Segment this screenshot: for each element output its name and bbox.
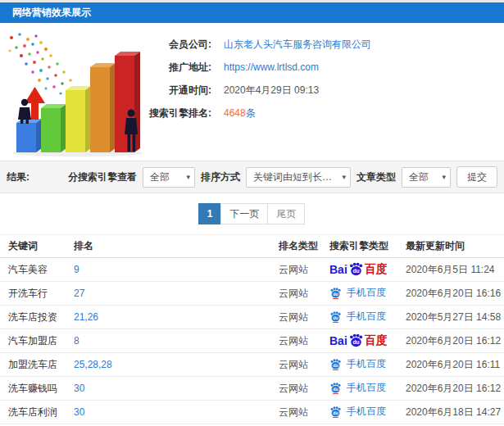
promotion-url-link[interactable]: https://www.lrtlsd.com — [224, 61, 319, 73]
info-row: 推广地址:https://www.lrtlsd.com — [149, 59, 504, 75]
sort-order-select[interactable]: 关键词由短到长排序▾ — [246, 167, 351, 188]
bar-orange — [90, 63, 116, 152]
keyword-cell: 洗车店投资 — [0, 306, 74, 329]
article-type-select[interactable]: 全部▾ — [402, 167, 451, 188]
pagination: 1下一页尾页 — [0, 193, 504, 233]
mobile-baidu-logo: du 手机百度 — [329, 405, 386, 419]
keyword-cell: 洗车店利润 — [0, 401, 74, 424]
svg-text:du: du — [333, 292, 338, 297]
info-row: 开通时间:2020年4月29日 09:13 — [149, 82, 504, 98]
updated-time-cell: 2020年6月20日 16:12 — [406, 377, 504, 401]
table-row: 加盟洗车店25,28,28云网站 du 手机百度2020年6月20日 16:11 — [0, 353, 504, 377]
rank-cell: 27 — [74, 282, 279, 306]
table-row: 洗车店投资21,26云网站 du 手机百度2020年5月27日 14:58 — [0, 306, 504, 329]
rank-link[interactable]: 8 — [74, 335, 79, 347]
updated-time-cell: 2020年6月20日 16:12 — [406, 329, 504, 353]
bar-blue — [16, 119, 42, 152]
page-title-bar: 网络营销效果展示 — [0, 2, 504, 23]
rank-type-cell: 云网站 — [279, 329, 329, 353]
table-header-row: 关键词排名排名类型搜索引擎类型最新更新时间 — [0, 235, 504, 258]
updated-time-cell: 2020年6月20日 16:16 — [406, 282, 504, 306]
chevron-down-icon: ▾ — [438, 173, 446, 181]
mobile-baidu-logo: du 手机百度 — [329, 357, 386, 371]
rank-type-cell: 云网站 — [279, 401, 329, 424]
info-row: 搜索引擎排名:4648条 — [149, 105, 504, 121]
rank-link[interactable]: 30 — [74, 406, 84, 418]
rank-cell: 21,26 — [74, 306, 279, 329]
mobile-baidu-logo: du 手机百度 — [329, 310, 386, 324]
rank-type-cell: 云网站 — [279, 258, 329, 282]
svg-text:du: du — [333, 387, 338, 392]
keyword-cell: 开洗车行 — [0, 282, 74, 306]
rank-link[interactable]: 9 — [74, 264, 79, 275]
submit-button[interactable]: 提交 — [456, 166, 497, 188]
baidu-paw-icon: du — [348, 261, 364, 277]
engine-filter-select[interactable]: 全部▾ — [143, 167, 195, 188]
keyword-cell: 加盟洗车店 — [0, 353, 74, 377]
chevron-down-icon: ▾ — [338, 173, 346, 181]
baidu-paw-icon: du — [329, 406, 342, 418]
table-row: 汽车美容9云网站 Bai du 百度2020年6月5日 11:24 — [0, 258, 504, 282]
rank-link[interactable]: 25,28,28 — [74, 359, 112, 370]
rank-link[interactable]: 30 — [74, 383, 84, 394]
svg-text:du: du — [333, 410, 338, 415]
rank-link[interactable]: 27 — [74, 288, 84, 299]
rank-type-cell: 云网站 — [279, 282, 329, 306]
baidu-paw-icon: du — [329, 287, 342, 299]
svg-text:du: du — [352, 268, 359, 274]
account-info-panel: 会员公司:山东老人头汽车服务咨询有限公司推广地址:https://www.lrt… — [149, 28, 504, 157]
ranking-table: 关键词排名排名类型搜索引擎类型最新更新时间 汽车美容9云网站 Bai du 百度… — [0, 234, 504, 426]
keyword-cell: 洗车赚钱吗 — [0, 377, 74, 401]
next-page-button[interactable]: 下一页 — [220, 203, 268, 224]
baidu-paw-icon: du — [329, 310, 342, 323]
info-label: 推广地址: — [149, 61, 211, 75]
growth-chart-graphic — [0, 28, 149, 157]
info-label: 搜索引擎排名: — [149, 106, 211, 120]
last-page-button[interactable]: 尾页 — [267, 203, 305, 224]
updated-time-cell: 2020年5月27日 14:58 — [406, 306, 504, 329]
baidu-paw-icon: du — [348, 333, 364, 348]
rank-type-cell: 云网站 — [279, 377, 329, 401]
baidu-logo: Bai du 百度 — [329, 261, 388, 279]
rank-cell: 9 — [74, 258, 279, 282]
engine-cell: du 手机百度 — [329, 377, 406, 401]
mobile-baidu-logo: du 手机百度 — [329, 381, 386, 395]
column-header: 排名 — [74, 235, 279, 258]
engine-cell: du 手机百度 — [329, 353, 406, 377]
bar-chart-illustration — [0, 28, 149, 157]
svg-text:du: du — [352, 339, 359, 345]
filter-controls: 分搜索引擎查看全部▾排序方式关键词由短到长排序▾文章类型全部▾提交 — [68, 166, 497, 188]
member-company-link[interactable]: 山东老人头汽车服务咨询有限公司 — [224, 38, 371, 52]
summary-section: 会员公司:山东老人头汽车服务咨询有限公司推广地址:https://www.lrt… — [0, 23, 504, 161]
page-1-button[interactable]: 1 — [198, 203, 222, 224]
rank-cell: 30 — [74, 401, 279, 424]
result-label: 结果: — [7, 170, 30, 184]
info-label: 开通时间: — [149, 84, 211, 97]
engine-cell: du 手机百度 — [329, 282, 406, 306]
bar-yellow — [66, 86, 91, 152]
bar-green — [41, 104, 66, 152]
engine-cell: Bai du 百度 — [329, 329, 406, 353]
table-row: 开洗车行27云网站 du 手机百度2020年6月20日 16:16 — [0, 282, 504, 306]
updated-time-cell: 2020年6月20日 16:11 — [406, 353, 504, 377]
rank-type-cell: 云网站 — [279, 353, 329, 377]
engine-filter-select-label: 分搜索引擎查看 — [68, 170, 137, 184]
table-row: 洗车店利润30云网站 du 手机百度2020年6月18日 14:27 — [0, 401, 504, 424]
baidu-paw-icon: du — [329, 358, 342, 370]
keyword-cell: 汽车加盟店 — [0, 329, 74, 353]
confetti-dots — [8, 33, 76, 94]
rank-link[interactable]: 21,26 — [74, 311, 98, 323]
keyword-cell: 汽车美容 — [0, 258, 74, 282]
search-engine-rank-count: 4648条 — [224, 106, 256, 120]
updated-time-cell: 2020年6月5日 11:24 — [406, 258, 504, 282]
column-header: 最新更新时间 — [406, 235, 504, 258]
svg-text:du: du — [333, 363, 338, 368]
rank-type-cell: 云网站 — [279, 306, 329, 329]
filter-bar: 结果: 分搜索引擎查看全部▾排序方式关键词由短到长排序▾文章类型全部▾提交 — [0, 161, 504, 193]
baidu-logo: Bai du 百度 — [329, 333, 388, 350]
column-header: 搜索引擎类型 — [329, 235, 406, 258]
engine-cell: du 手机百度 — [329, 306, 406, 329]
table-row: 洗车赚钱吗30云网站 du 手机百度2020年6月20日 16:12 — [0, 377, 504, 401]
sort-order-select-label: 排序方式 — [201, 170, 240, 184]
article-type-select-label: 文章类型 — [356, 170, 396, 184]
